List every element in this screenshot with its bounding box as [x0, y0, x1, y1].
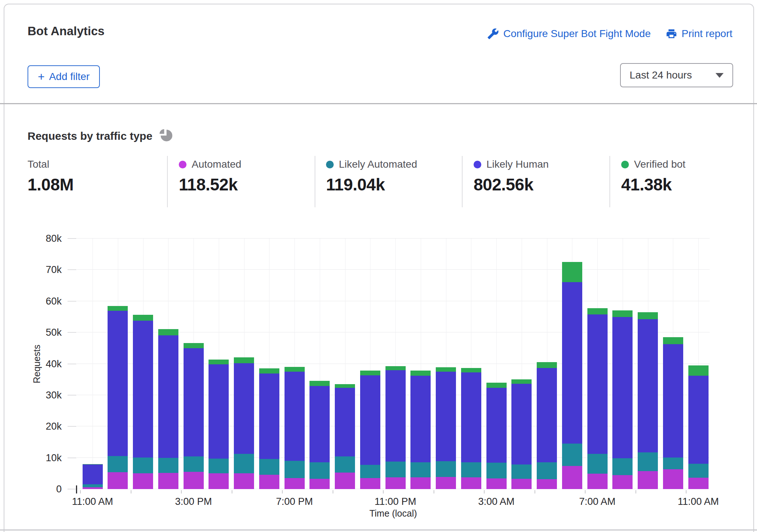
bar-segment-verified-bot[interactable] — [486, 383, 507, 388]
bar-segment-likely-human[interactable] — [360, 375, 380, 465]
bar-segment-likely-human[interactable] — [158, 335, 178, 458]
bar-segment-automated[interactable] — [108, 472, 128, 489]
bar-segment-verified-bot[interactable] — [436, 367, 456, 372]
bar-segment-likely-human[interactable] — [562, 282, 582, 444]
bar-segment-automated[interactable] — [638, 471, 658, 489]
bar-segment-likely-human[interactable] — [385, 370, 406, 461]
bar-segment-verified-bot[interactable] — [663, 337, 683, 344]
bar-segment-likely-automated[interactable] — [285, 461, 305, 478]
bar-segment-automated[interactable] — [410, 477, 431, 489]
bar-segment-likely-human[interactable] — [184, 348, 204, 456]
bar-segment-likely-automated[interactable] — [461, 462, 481, 477]
bar-segment-automated[interactable] — [309, 479, 330, 489]
bar-segment-automated[interactable] — [83, 487, 103, 489]
bar-segment-likely-human[interactable] — [436, 372, 456, 461]
bar-segment-likely-human[interactable] — [410, 376, 431, 462]
bar-segment-verified-bot[interactable] — [562, 262, 582, 282]
bar-segment-likely-human[interactable] — [309, 386, 330, 462]
bar-segment-likely-automated[interactable] — [562, 444, 582, 466]
bar-segment-automated[interactable] — [537, 479, 557, 489]
bar-segment-verified-bot[interactable] — [335, 384, 355, 388]
bar-segment-verified-bot[interactable] — [108, 306, 128, 311]
bar-segment-likely-automated[interactable] — [511, 464, 532, 478]
bar-segment-likely-human[interactable] — [234, 363, 254, 454]
bar-segment-verified-bot[interactable] — [209, 360, 229, 365]
bar-segment-automated[interactable] — [259, 475, 279, 489]
bar-segment-automated[interactable] — [385, 477, 406, 489]
bar-segment-likely-automated[interactable] — [133, 458, 153, 474]
bar-segment-likely-automated[interactable] — [158, 458, 178, 473]
bar-segment-likely-human[interactable] — [461, 372, 481, 462]
bar-segment-likely-automated[interactable] — [537, 462, 557, 479]
bar-segment-automated[interactable] — [461, 477, 481, 489]
bar-segment-automated[interactable] — [234, 473, 254, 489]
bar-segment-likely-automated[interactable] — [612, 458, 633, 475]
bar-segment-verified-bot[interactable] — [184, 343, 204, 348]
bar-segment-likely-human[interactable] — [612, 317, 633, 458]
bar-segment-verified-bot[interactable] — [688, 365, 709, 376]
bar-segment-verified-bot[interactable] — [83, 464, 103, 465]
bar-segment-likely-human[interactable] — [133, 321, 153, 458]
bar-segment-likely-human[interactable] — [663, 344, 683, 458]
bar-segment-likely-human[interactable] — [108, 311, 128, 456]
bar-segment-verified-bot[interactable] — [309, 381, 330, 386]
bar-segment-likely-human[interactable] — [587, 314, 608, 453]
bar-segment-automated[interactable] — [335, 473, 355, 489]
bar-segment-verified-bot[interactable] — [638, 312, 658, 320]
bar-segment-likely-automated[interactable] — [436, 461, 456, 477]
bar-segment-verified-bot[interactable] — [461, 368, 481, 372]
bar-segment-verified-bot[interactable] — [360, 371, 380, 375]
bar-segment-verified-bot[interactable] — [285, 367, 305, 372]
bar-segment-likely-human[interactable] — [335, 388, 355, 456]
bar-segment-likely-automated[interactable] — [385, 462, 406, 477]
bar-segment-likely-automated[interactable] — [587, 454, 608, 474]
bar-segment-likely-human[interactable] — [209, 364, 229, 459]
bar-segment-verified-bot[interactable] — [612, 310, 633, 317]
bar-segment-automated[interactable] — [612, 475, 633, 489]
bar-segment-verified-bot[interactable] — [234, 357, 254, 363]
bar-segment-verified-bot[interactable] — [587, 308, 608, 314]
bar-segment-automated[interactable] — [133, 473, 153, 489]
bar-segment-likely-human[interactable] — [511, 384, 532, 464]
bar-segment-likely-human[interactable] — [285, 372, 305, 461]
bar-segment-verified-bot[interactable] — [259, 368, 279, 374]
bar-segment-automated[interactable] — [184, 472, 204, 489]
bar-segment-automated[interactable] — [360, 478, 380, 489]
bar-segment-likely-automated[interactable] — [259, 459, 279, 475]
bar-segment-likely-automated[interactable] — [638, 452, 658, 471]
bar-segment-likely-human[interactable] — [688, 376, 709, 464]
bar-segment-likely-automated[interactable] — [663, 458, 683, 469]
bar-segment-verified-bot[interactable] — [158, 329, 178, 335]
bar-segment-verified-bot[interactable] — [133, 315, 153, 320]
bar-segment-automated[interactable] — [209, 473, 229, 489]
bar-segment-verified-bot[interactable] — [537, 362, 557, 368]
bar-segment-automated[interactable] — [486, 478, 507, 489]
bar-segment-verified-bot[interactable] — [511, 379, 532, 384]
bar-segment-likely-human[interactable] — [486, 388, 507, 463]
bar-segment-automated[interactable] — [587, 474, 608, 489]
bar-segment-likely-automated[interactable] — [209, 459, 229, 473]
bar-segment-likely-automated[interactable] — [108, 456, 128, 472]
bar-segment-likely-automated[interactable] — [410, 462, 431, 477]
bar-segment-verified-bot[interactable] — [410, 371, 431, 376]
bar-segment-automated[interactable] — [562, 466, 582, 489]
bar-segment-automated[interactable] — [436, 477, 456, 489]
bar-segment-automated[interactable] — [285, 478, 305, 489]
bar-segment-likely-automated[interactable] — [688, 464, 709, 478]
bar-segment-likely-automated[interactable] — [184, 456, 204, 472]
bar-segment-likely-automated[interactable] — [234, 454, 254, 474]
bar-segment-likely-human[interactable] — [638, 319, 658, 452]
bar-segment-automated[interactable] — [688, 478, 709, 489]
bar-segment-likely-automated[interactable] — [360, 465, 380, 478]
bar-segment-likely-human[interactable] — [537, 368, 557, 462]
bar-segment-likely-automated[interactable] — [309, 462, 330, 478]
bar-segment-likely-human[interactable] — [83, 464, 103, 484]
bar-segment-verified-bot[interactable] — [385, 366, 406, 370]
bar-segment-automated[interactable] — [663, 469, 683, 489]
bar-segment-automated[interactable] — [158, 473, 178, 489]
bar-segment-likely-automated[interactable] — [83, 484, 103, 487]
bar-segment-automated[interactable] — [511, 479, 532, 489]
bar-segment-likely-automated[interactable] — [486, 463, 507, 478]
bar-segment-likely-human[interactable] — [259, 374, 279, 459]
bar-segment-likely-automated[interactable] — [335, 456, 355, 473]
